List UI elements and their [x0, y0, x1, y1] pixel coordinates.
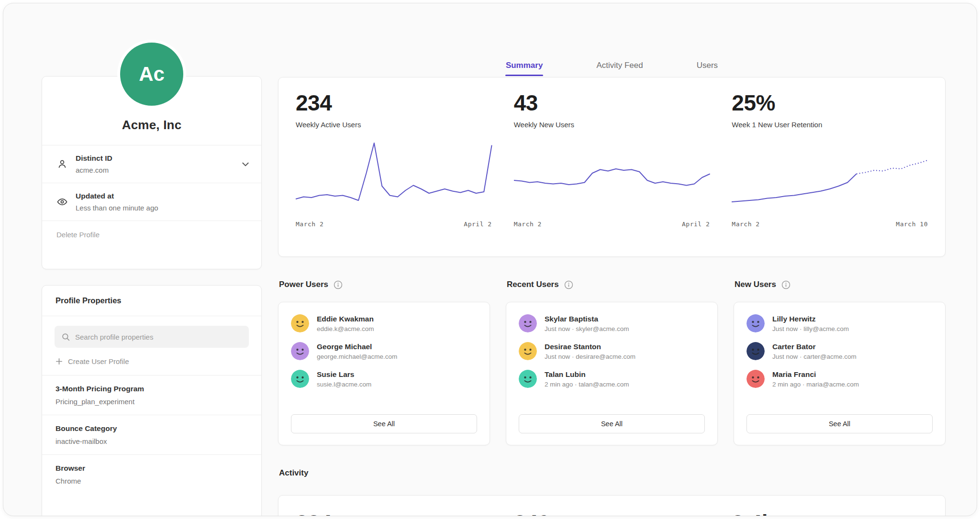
divider: [42, 316, 261, 316]
axis-label-start: March 2: [732, 221, 759, 228]
user-meta: Just now · carter@acme.com: [772, 353, 857, 360]
stat-label: Weekly Active Users: [296, 121, 492, 129]
user-meta: Just now · desirare@acme.com: [545, 353, 635, 360]
axis-label-start: March 2: [514, 221, 542, 228]
recent-users-header: Recent Users: [507, 279, 718, 290]
axis-label-end: April 2: [464, 221, 491, 228]
tab-summary[interactable]: Summary: [505, 56, 543, 76]
chart-axis: March 2 April 2: [296, 221, 492, 228]
stat-value: 43: [514, 90, 710, 116]
week1-retention-chart: [732, 143, 928, 215]
user-avatar: [746, 370, 765, 388]
user-meta: Just now · lilly@acme.com: [772, 325, 849, 332]
property-item[interactable]: Browser Chrome: [42, 455, 261, 494]
user-meta: Just now · skyler@acme.com: [545, 325, 629, 332]
user-avatar: [746, 314, 765, 332]
company-avatar: Ac: [120, 43, 183, 106]
user-row[interactable]: Carter Bator Just now · carter@acme.com: [746, 342, 933, 360]
property-name: 3-Month Pricing Program: [56, 385, 248, 393]
user-name: Susie Lars: [317, 370, 371, 379]
user-name: Carter Bator: [772, 342, 857, 351]
user-avatar: [519, 370, 537, 388]
user-avatar: [519, 342, 537, 360]
summary-stats-card: 234 Weekly Active Users March 2 April 2 …: [278, 77, 946, 257]
activity-metric: 3.4k: [732, 510, 928, 516]
stat-weekly-new-users: 43 Weekly New Users March 2 April 2: [514, 90, 710, 246]
updated-at-value: Less than one minute ago: [76, 204, 250, 212]
property-value: Pricing_plan_experiment: [56, 398, 248, 406]
stat-label: Weekly New Users: [514, 121, 710, 129]
user-name: Desirae Stanton: [545, 342, 635, 351]
tab-users[interactable]: Users: [696, 56, 718, 76]
user-row[interactable]: Skylar Baptista Just now · skyler@acme.c…: [519, 314, 705, 332]
app-window: Ac Acme, Inc Distinct ID acme.com: [3, 3, 977, 516]
see-all-button[interactable]: See All: [519, 414, 705, 433]
user-name: Maria Franci: [772, 370, 859, 379]
info-icon[interactable]: [334, 280, 343, 289]
company-avatar-initials: Ac: [139, 63, 165, 86]
activity-section-title: Activity: [279, 468, 308, 478]
search-input[interactable]: [75, 333, 242, 341]
eye-icon: [56, 196, 68, 208]
axis-label-end: April 2: [682, 221, 710, 228]
user-avatar: [291, 342, 309, 360]
profile-properties-title: Profile Properties: [42, 286, 261, 316]
user-row[interactable]: Talan Lubin 2 min ago · talan@acme.com: [519, 370, 705, 388]
info-icon[interactable]: [564, 280, 573, 289]
updated-at-label: Updated at: [76, 192, 250, 200]
power-users-header: Power Users: [279, 279, 490, 290]
create-user-profile-button[interactable]: Create User Profile: [56, 357, 248, 365]
user-avatar: [291, 314, 309, 332]
activity-metric-value: 240: [514, 510, 710, 516]
distinct-id-text: Distinct ID acme.com: [76, 154, 234, 174]
user-meta: susie.l@acme.com: [317, 381, 371, 388]
user-meta: 2 min ago · talan@acme.com: [545, 381, 629, 388]
user-lists: Power Users Eddie Kwakman eddie.k@acme.c…: [278, 279, 946, 445]
new-users-header: New Users: [735, 279, 946, 290]
new-users-card: Lilly Herwitz Just now · lilly@acme.com …: [734, 302, 946, 445]
recent-users-column: Recent Users Skylar Baptista Just now · …: [506, 279, 718, 445]
new-users-title: New Users: [735, 280, 776, 289]
user-avatar: [746, 342, 765, 360]
property-item[interactable]: 3-Month Pricing Program Pricing_plan_exp…: [42, 375, 261, 415]
recent-users-title: Recent Users: [507, 280, 559, 289]
property-value: Chrome: [56, 477, 248, 485]
property-name: Bounce Category: [56, 424, 248, 433]
distinct-id-value: acme.com: [76, 166, 234, 174]
profile-properties-card: Profile Properties Create User Profile 3…: [42, 285, 262, 516]
activity-metric-value: 3.4k: [732, 510, 928, 516]
user-row[interactable]: Lilly Herwitz Just now · lilly@acme.com: [746, 314, 933, 332]
user-avatar: [291, 370, 309, 388]
distinct-id-label: Distinct ID: [76, 154, 234, 163]
user-meta: george.michael@acme.com: [317, 353, 397, 360]
info-icon[interactable]: [781, 280, 791, 289]
delete-profile-button[interactable]: Delete Profile: [42, 221, 261, 248]
user-row[interactable]: Eddie Kwakman eddie.k@acme.com: [291, 314, 477, 332]
power-users-card: Eddie Kwakman eddie.k@acme.com George Mi…: [278, 302, 490, 445]
tab-activity-feed[interactable]: Activity Feed: [596, 56, 643, 76]
property-name: Browser: [56, 464, 248, 473]
user-row[interactable]: Susie Lars susie.l@acme.com: [291, 370, 477, 388]
user-name: George Michael: [317, 342, 397, 351]
property-item[interactable]: Bounce Category inactive-mailbox: [42, 415, 261, 454]
power-users-title: Power Users: [279, 280, 328, 289]
activity-metric: 234: [296, 510, 492, 516]
user-row[interactable]: George Michael george.michael@acme.com: [291, 342, 477, 360]
stat-label: Week 1 New User Retention: [732, 121, 928, 129]
weekly-new-users-chart: [514, 143, 710, 215]
chevron-down-icon[interactable]: [241, 160, 250, 168]
axis-label-end: March 10: [896, 221, 928, 228]
stat-value: 25%: [732, 90, 928, 116]
stat-weekly-active-users: 234 Weekly Active Users March 2 April 2: [296, 90, 492, 246]
user-avatar: [519, 314, 537, 332]
see-all-button[interactable]: See All: [746, 414, 933, 433]
see-all-button[interactable]: See All: [291, 414, 477, 433]
activity-metric-value: 234: [296, 510, 492, 516]
user-row[interactable]: Maria Franci 2 min ago · maria@acme.com: [746, 370, 933, 388]
profile-properties-search[interactable]: [55, 326, 249, 348]
distinct-id-row[interactable]: Distinct ID acme.com: [42, 145, 261, 183]
create-user-profile-label: Create User Profile: [68, 357, 129, 365]
user-row[interactable]: Desirae Stanton Just now · desirare@acme…: [519, 342, 705, 360]
recent-users-card: Skylar Baptista Just now · skyler@acme.c…: [506, 302, 718, 445]
axis-label-start: March 2: [296, 221, 323, 228]
